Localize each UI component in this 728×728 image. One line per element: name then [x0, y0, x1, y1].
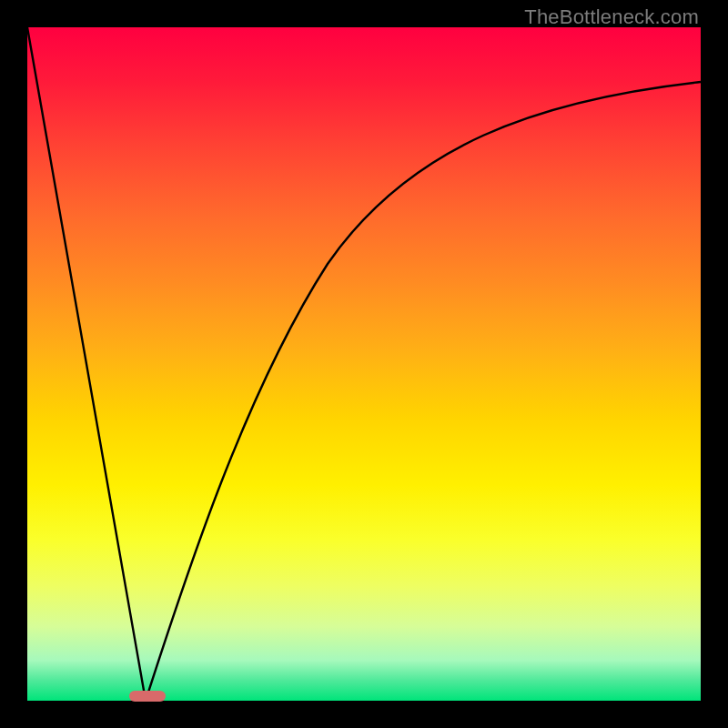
min-marker-pill: [129, 691, 166, 702]
chart-frame: TheBottleneck.com: [0, 0, 728, 728]
chart-svg: [27, 27, 701, 701]
min-marker: [129, 691, 166, 702]
chart-plot-area: [27, 27, 701, 701]
watermark-text: TheBottleneck.com: [524, 5, 699, 29]
curve-path: [27, 27, 701, 701]
bottleneck-curve: [27, 27, 701, 701]
